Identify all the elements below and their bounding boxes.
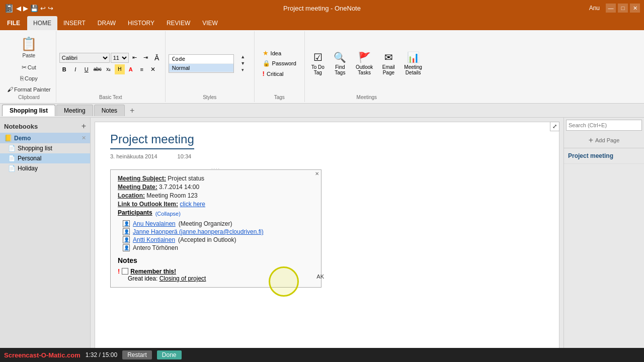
todo-tag-button[interactable]: ☑ To DoTag <box>308 46 328 81</box>
add-page-row[interactable]: + Add Page <box>564 133 644 148</box>
add-tab-button[interactable]: + <box>126 105 138 116</box>
font-color-button[interactable]: A <box>126 64 136 74</box>
styles-scroll-down[interactable]: ▼ <box>235 60 251 66</box>
cut-button[interactable]: ✂ Cut <box>5 62 53 72</box>
font-size-selector[interactable]: 11 <box>111 53 129 63</box>
add-notebook-button[interactable]: + <box>82 122 86 131</box>
done-button[interactable]: Done <box>157 350 182 359</box>
participant-1-link[interactable]: Anu Nevalainen <box>133 220 176 227</box>
email-page-button[interactable]: ✉ EmailPage <box>378 46 398 81</box>
find-tags-button[interactable]: 🔍 FindTags <box>330 46 350 81</box>
flag-icon: 🚩 <box>358 51 371 63</box>
restart-button[interactable]: Restart <box>122 350 152 359</box>
expand-button[interactable]: ⤢ <box>550 122 559 131</box>
styles-dropdown[interactable]: ▾ <box>235 67 251 73</box>
forward-btn[interactable]: ▶ <box>23 5 28 12</box>
participant-3-link[interactable]: Antti Kontiainen <box>133 236 175 243</box>
clipboard-group: 📋 Paste ✂ Cut ⎘ Copy 🖌 Format <box>2 31 56 102</box>
align-button[interactable]: ≡ <box>137 64 147 74</box>
note-page: Project meeting 3. heinäkuuta 2014 10:34… <box>95 122 559 362</box>
search-input[interactable] <box>566 120 642 131</box>
tab-meeting[interactable]: Meeting <box>56 105 93 116</box>
underline-button[interactable]: U <box>82 64 92 74</box>
title-bar-controls: 📓 ◀ ▶ 💾 ↩ ↪ <box>4 4 53 13</box>
font-selector[interactable]: Calibri <box>59 53 110 63</box>
remember-text: Remember this! <box>130 268 176 275</box>
bold-button[interactable]: B <box>59 64 69 74</box>
tags-label: Tags <box>274 95 285 101</box>
participant-2-link[interactable]: Janne Haonperä (janne.haonpera@cloudrive… <box>133 228 264 235</box>
email-icon: ✉ <box>384 51 393 63</box>
minimize-button[interactable]: — <box>606 4 616 13</box>
format-clear-button[interactable]: Ā <box>152 53 162 63</box>
participant-4-name: Antero Törhönen <box>133 244 178 251</box>
highlight-button[interactable]: H <box>115 64 125 74</box>
style-code[interactable]: Code <box>169 55 233 64</box>
drag-handle[interactable]: ···· <box>211 166 220 171</box>
remember-checkbox[interactable] <box>122 268 128 275</box>
tab-draw[interactable]: DRAW <box>92 16 122 30</box>
copy-icon: ⎘ <box>20 75 24 82</box>
italic-button[interactable]: I <box>70 64 80 74</box>
clipboard-content: 📋 Paste ✂ Cut ⎘ Copy 🖌 Format <box>5 32 53 95</box>
section-icon-personal: 📄 <box>8 155 16 162</box>
basic-text-label: Basic Text <box>99 95 122 101</box>
sidebar-item-personal[interactable]: 📄 Personal <box>0 153 90 163</box>
tab-history[interactable]: HISTORY <box>122 16 160 30</box>
tag-critical[interactable]: ! Critical <box>262 69 297 78</box>
tab-view[interactable]: VIEW <box>196 16 224 30</box>
tab-shopping-list[interactable]: Shopping list <box>2 105 55 116</box>
tab-notes[interactable]: Notes <box>94 105 125 116</box>
tab-review[interactable]: REVIEW <box>160 16 196 30</box>
paste-button[interactable]: 📋 Paste <box>18 32 39 62</box>
redo-btn[interactable]: ↪ <box>48 5 53 12</box>
sidebar-item-demo[interactable]: 📒 Demo ✕ <box>0 133 90 143</box>
paste-icon: 📋 <box>21 36 37 52</box>
meeting-date-field: Meeting Date: 3.7.2014 14:00 <box>118 184 314 191</box>
outlook-tasks-button[interactable]: 🚩 OutlookTasks <box>352 46 376 81</box>
right-panel-note-link[interactable]: Project meeting <box>564 148 644 164</box>
screencast-brand: Screencast-O-Matic.com <box>4 351 80 359</box>
erase-button[interactable]: ✕ <box>148 64 158 74</box>
tag-idea[interactable]: ★ Idea <box>262 49 297 57</box>
strikethrough-button[interactable]: abc <box>93 64 103 74</box>
participants-header: Participants <box>118 209 152 216</box>
notes-header: Notes <box>118 256 314 264</box>
font-row: Calibri 11 ⇤ ⇥ Ā <box>59 53 162 63</box>
onenote-logo: 📓 <box>4 4 14 13</box>
add-page-label: Add Page <box>595 137 619 143</box>
save-btn[interactable]: 💾 <box>30 5 38 12</box>
search-container <box>564 118 644 133</box>
clipboard-label: Clipboard <box>18 95 40 101</box>
close-button[interactable]: ✕ <box>630 4 640 13</box>
meeting-details-box: ···· ✕ Meeting Subject: Project status M… <box>110 169 321 288</box>
closing-text: Closing of project <box>159 275 206 282</box>
sidebar-item-shopping[interactable]: 📄 Shopping list <box>0 143 90 153</box>
notebook-close[interactable]: ✕ <box>82 135 86 141</box>
tab-home[interactable]: HOME <box>27 16 57 30</box>
decrease-indent-button[interactable]: ⇥ <box>141 53 151 63</box>
increase-indent-button[interactable]: ⇤ <box>130 53 140 63</box>
tag-password[interactable]: 🔒 Password <box>262 59 297 67</box>
tab-file[interactable]: FILE <box>0 16 27 30</box>
collapse-link[interactable]: (Collapse) <box>155 211 181 217</box>
participant-3-detail: (Accepted in Outlook) <box>178 236 236 243</box>
subscript-button[interactable]: x₂ <box>104 64 114 74</box>
outlook-item-link[interactable]: click here <box>180 201 205 208</box>
ribbon: 📋 Paste ✂ Cut ⎘ Copy 🖌 Format <box>0 30 644 104</box>
meetings-label: Meetings <box>357 95 377 101</box>
undo-btn[interactable]: ↩ <box>40 5 46 12</box>
participant-1-detail: (Meeting Organizer) <box>179 220 232 227</box>
meeting-details-button[interactable]: 📊 MeetingDetails <box>400 46 426 81</box>
participant-row-3: 👤 Antti Kontiainen (Accepted in Outlook) <box>118 236 314 243</box>
back-btn[interactable]: ◀ <box>16 5 21 12</box>
maximize-button[interactable]: □ <box>618 4 628 13</box>
styles-scroll-up[interactable]: ▲ <box>235 54 251 60</box>
tab-insert[interactable]: INSERT <box>57 16 92 30</box>
format-painter-button[interactable]: 🖌 Format Painter <box>5 84 53 95</box>
copy-button[interactable]: ⎘ Copy <box>5 73 53 83</box>
style-normal[interactable]: Normal <box>169 64 233 72</box>
meeting-box-close-btn[interactable]: ✕ <box>315 171 319 176</box>
sidebar-item-holiday[interactable]: 📄 Holiday <box>0 163 90 173</box>
lock-icon: 🔒 <box>263 60 270 67</box>
